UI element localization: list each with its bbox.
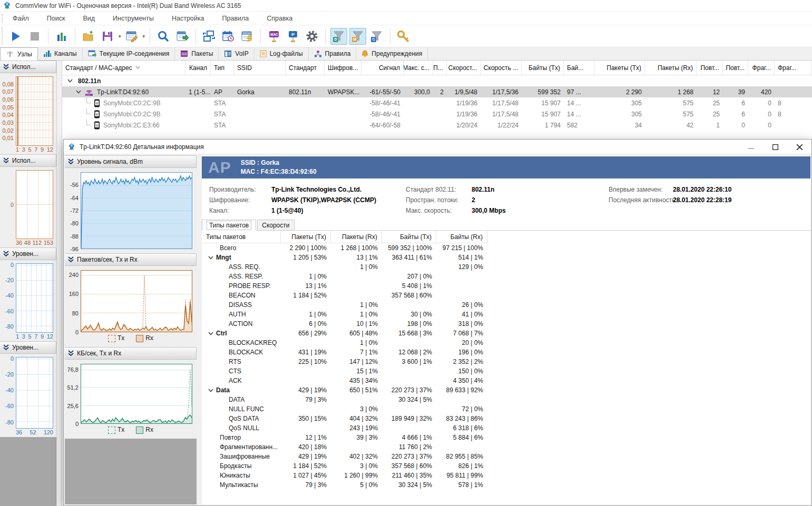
go-to-packet-button[interactable] bbox=[174, 28, 191, 45]
sidebar-panel-header[interactable]: Испол... bbox=[0, 61, 56, 73]
column-header[interactable]: Скорость ... bbox=[481, 61, 522, 75]
column-header[interactable]: Канал bbox=[185, 61, 211, 75]
license-key-button[interactable] bbox=[395, 28, 412, 45]
menu-search[interactable]: Поиск bbox=[47, 15, 65, 22]
table-row[interactable]: Tp-LinkT:D4:92:601 (1-5...APGorka802.11n… bbox=[62, 86, 812, 97]
menu-tools[interactable]: Инструменты bbox=[113, 15, 154, 22]
packet-type-row[interactable]: BEACON1 184 | 52%357 568 | 60% bbox=[202, 291, 489, 300]
sidebar-panel-header[interactable]: Уровен... bbox=[0, 341, 56, 354]
column-header[interactable]: Бай... bbox=[564, 61, 594, 75]
column-header[interactable]: Стандарт bbox=[286, 61, 325, 75]
find-button[interactable] bbox=[155, 28, 172, 45]
column-header[interactable]: Пакеты (Rx) bbox=[645, 61, 697, 75]
packet-type-row[interactable]: Юникасты1 027 | 45%1 260 | 99%211 460 | … bbox=[202, 471, 489, 480]
maximize-button[interactable] bbox=[763, 140, 787, 154]
packet-column-header[interactable]: Типы пакетов bbox=[202, 231, 281, 243]
table-row[interactable]: SonyMobi:C0:2C:9BSTA-58/-46/-411/19/361/… bbox=[62, 97, 812, 108]
view-tab-3[interactable]: Текущие IP-соединения bbox=[83, 47, 175, 60]
table-row[interactable]: SonyMobi:C0:2C:9BSTA-58/-46/-411/19/361/… bbox=[62, 108, 812, 120]
column-header[interactable]: Стандарт / MAC-адрес bbox=[62, 61, 185, 75]
remote-agent-button[interactable] bbox=[123, 28, 140, 45]
packet-type-row[interactable]: Повтор12 | 1%39 | 3%4 666 | 1%5 884 | 6% bbox=[202, 433, 489, 442]
minimize-button[interactable] bbox=[739, 140, 763, 154]
packet-column-header[interactable]: Пакеты (Rx) bbox=[331, 231, 382, 243]
packet-type-row[interactable]: NULL FUNC3 | 0%72 | 0% bbox=[202, 404, 489, 414]
dialog-chart-header[interactable]: КБ/сек, Tx и Rx bbox=[65, 347, 197, 360]
packet-type-row[interactable]: DISASS1 | 0%26 | 0% bbox=[202, 300, 489, 310]
tab-packet-types[interactable]: Типы пакетов bbox=[202, 220, 256, 231]
column-header[interactable]: Макс. с... bbox=[404, 61, 433, 75]
traffic-transfer-button[interactable] bbox=[201, 28, 218, 45]
column-header[interactable]: Фраг... bbox=[748, 61, 775, 75]
table-row[interactable]: SonyMobi:2C:E3:66STA-64/-60/-581/20/241/… bbox=[62, 120, 812, 131]
sidebar-panel-header[interactable]: Уровен... bbox=[0, 247, 56, 260]
packet-type-row[interactable]: ASS. RESP.1 | 0%207 | 0% bbox=[202, 272, 489, 281]
column-header[interactable]: П... bbox=[433, 61, 447, 75]
stop-capture-button[interactable] bbox=[26, 28, 43, 45]
dialog-title-bar[interactable]: Tp-LinkT:D4:92:60 Детальная информация bbox=[64, 140, 811, 154]
packet-type-row[interactable]: Mngt1 205 | 53%13 | 1%363 411 | 61%514 |… bbox=[202, 253, 489, 262]
view-tab-8[interactable]: Предупреждения bbox=[356, 47, 428, 60]
packet-type-row[interactable]: ACK435 | 34%4 350 | 4% bbox=[202, 376, 489, 385]
column-header[interactable]: SSID bbox=[234, 61, 286, 75]
packet-column-header[interactable]: Пакеты (Tx) bbox=[281, 231, 331, 243]
group-row-80211n[interactable]: 802.11n bbox=[62, 75, 812, 86]
column-header[interactable]: Сигнал bbox=[361, 61, 404, 75]
packet-type-row[interactable]: QoS DATA350 | 15%404 | 32%189 949 | 32%8… bbox=[202, 414, 489, 423]
packet-type-row[interactable]: PROBE RESP.13 | 1%5 408 | 1% bbox=[202, 281, 489, 291]
column-header[interactable]: Тип bbox=[211, 61, 234, 75]
packet-column-header[interactable]: Байты (Rx) bbox=[436, 231, 487, 243]
packet-type-row[interactable]: QoS NULL243 | 19%6 318 | 6% bbox=[202, 423, 489, 433]
view-tab-5[interactable]: VoIP bbox=[219, 47, 254, 60]
packet-type-row[interactable]: BLOCKACK431 | 19%7 | 1%12 068 | 2%196 | … bbox=[202, 348, 489, 357]
view-tab-4[interactable]: Пакеты bbox=[175, 47, 219, 60]
menu-rules[interactable]: Правила bbox=[222, 15, 249, 22]
menu-view[interactable]: Вид bbox=[83, 15, 95, 22]
mac-aliases-button[interactable]: MAC bbox=[266, 28, 282, 45]
packet-type-row[interactable]: AUTH1 | 0%1 | 0%30 | 0%41 | 0% bbox=[202, 310, 489, 319]
filter-data-toggle[interactable]: D bbox=[330, 28, 347, 45]
packet-type-row[interactable]: Фрагментированн...420 | 18%11 760 | 2% bbox=[202, 442, 489, 452]
save-button[interactable] bbox=[99, 28, 116, 45]
column-header[interactable]: Скорост... bbox=[447, 61, 481, 75]
packet-type-row[interactable]: BLOCKACKREQ1 | 0%20 | 0% bbox=[202, 338, 489, 348]
settings-button[interactable] bbox=[304, 28, 320, 45]
packet-type-row[interactable]: Data429 | 19%650 | 51%220 273 | 37%89 63… bbox=[202, 385, 489, 395]
packet-column-header[interactable]: Байты (Tx) bbox=[382, 231, 436, 243]
dialog-chart-header[interactable]: Уровень сигнала, dBm bbox=[65, 155, 197, 168]
filter-ctrl-toggle[interactable]: C bbox=[368, 28, 385, 45]
dialog-chart-header[interactable]: Пакетов/сек, Tx и Rx bbox=[65, 253, 197, 266]
packet-type-row[interactable]: Бродкасты1 184 | 52%3 | 0%357 568 | 60%8… bbox=[202, 461, 489, 471]
view-tab-2[interactable]: Каналы bbox=[38, 47, 83, 60]
column-header[interactable]: Повт... bbox=[723, 61, 748, 75]
ip-aliases-button[interactable]: IP bbox=[285, 28, 301, 45]
column-header[interactable]: Повт... bbox=[697, 61, 723, 75]
packet-type-row[interactable]: RTS225 | 10%147 | 12%3 600 | 1%2 352 | 2… bbox=[202, 357, 489, 366]
save-dropdown[interactable]: ▾ bbox=[119, 34, 121, 39]
tab-rates[interactable]: Скорости bbox=[257, 220, 294, 231]
packet-type-row[interactable]: DATA79 | 3%30 324 | 5% bbox=[202, 395, 489, 404]
column-header[interactable]: Пакеты (Tx) bbox=[594, 61, 645, 75]
statistics-button[interactable] bbox=[53, 28, 70, 45]
packet-generator-button[interactable]: 10110 bbox=[239, 28, 256, 45]
sidebar-splitter[interactable] bbox=[56, 61, 62, 506]
packet-type-row[interactable]: Ctrl656 | 29%605 | 48%15 668 | 3%7 068 |… bbox=[202, 329, 489, 338]
menu-help[interactable]: Справка bbox=[267, 15, 292, 22]
packet-type-row[interactable]: Зашифрованные429 | 19%402 | 32%220 273 |… bbox=[202, 452, 489, 461]
packet-type-row[interactable]: Всего2 290 | 100%1 268 | 100%599 352 | 1… bbox=[202, 243, 489, 253]
start-capture-button[interactable] bbox=[7, 28, 24, 45]
column-header[interactable]: Шифров... bbox=[325, 61, 361, 75]
view-tab-6[interactable]: Log-файлы bbox=[255, 47, 309, 60]
packet-type-row[interactable]: ACTION6 | 0%10 | 1%198 | 0%318 | 0% bbox=[202, 319, 489, 329]
packet-type-row[interactable]: ASS. REQ.1 | 0%129 | 0% bbox=[202, 262, 489, 272]
packet-type-row[interactable]: Мультикасты79 | 3%5 | 0%30 324 | 5%578 |… bbox=[202, 480, 489, 490]
note-dropdown[interactable]: ▾ bbox=[143, 34, 145, 39]
column-header[interactable]: Фраг... bbox=[775, 61, 812, 75]
menu-settings[interactable]: Настройка bbox=[172, 15, 204, 22]
view-tab-1[interactable]: Узлы bbox=[0, 47, 38, 61]
sidebar-panel-header[interactable]: Испол... bbox=[0, 154, 56, 167]
menu-file[interactable]: Файл bbox=[13, 15, 29, 22]
view-tab-7[interactable]: Правила bbox=[309, 47, 357, 60]
open-file-button[interactable] bbox=[80, 28, 97, 45]
packet-type-row[interactable]: CTS15 | 1%150 | 0% bbox=[202, 366, 489, 376]
